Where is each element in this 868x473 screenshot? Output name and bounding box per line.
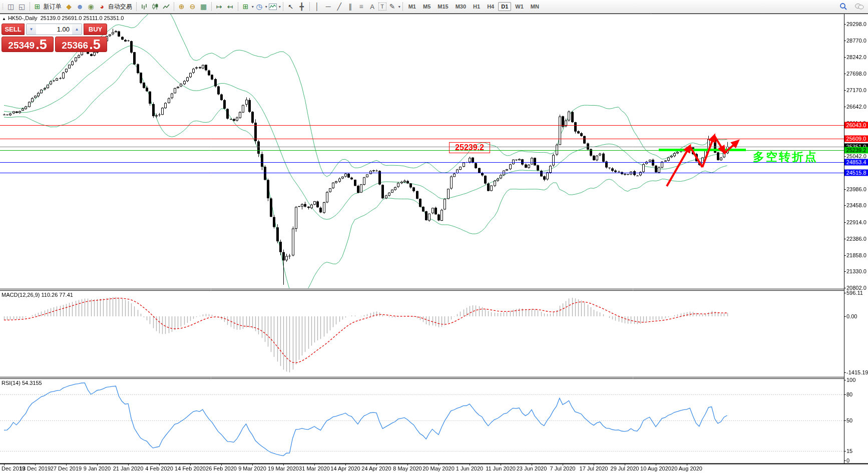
volume-up-button[interactable]: ▲ [72, 24, 82, 35]
timeframe-button-h4[interactable]: H4 [484, 2, 497, 11]
toolbar-separator [283, 2, 283, 11]
toolbar-separator [211, 2, 212, 11]
zoom-out-icon[interactable]: ⊖ [188, 2, 198, 12]
indicators-caret-icon[interactable]: ▾ [279, 5, 281, 9]
news-icon[interactable]: ◉ [86, 2, 96, 12]
timeframe-toolbar: M1M5M15M30H1H4D1W1MN [405, 2, 543, 11]
volume-down-button[interactable]: ▼ [27, 24, 36, 35]
text-label-icon[interactable]: T [378, 3, 386, 11]
mt4-terminal: { "toolbar": { "new_order_label": "新订单",… [0, 0, 868, 473]
macd-label: MACD(12,26,9) 110.26 77.41 [2, 292, 73, 298]
timeframe-button-m30[interactable]: M30 [453, 2, 469, 11]
chart-window-icon[interactable]: ◫ [6, 2, 16, 12]
text-icon[interactable]: A [367, 2, 377, 12]
community-chat-icon[interactable] [854, 2, 864, 12]
buy-price-frac: .5 [89, 38, 101, 51]
collapse-icon[interactable]: ▲ [2, 17, 6, 21]
timeframe-button-mn[interactable]: MN [528, 2, 542, 11]
pivot-annotation-text[interactable]: 多空转折点 [753, 149, 818, 165]
timeframe-button-w1[interactable]: W1 [512, 2, 527, 11]
sell-button[interactable]: SELL [2, 24, 25, 35]
period-caret-icon[interactable]: ▾ [265, 5, 267, 9]
metaeditor-icon[interactable]: ◆ [64, 2, 74, 12]
search-icon[interactable] [838, 2, 848, 12]
line-chart-icon[interactable] [161, 2, 171, 12]
zoom-in-icon[interactable]: ⊕ [177, 2, 187, 12]
rsi-label: RSI(14) 54.3155 [2, 380, 42, 386]
toolbar-separator [174, 2, 174, 11]
timeframe-button-m5[interactable]: M5 [420, 2, 433, 11]
period-clock-icon[interactable]: ◷ [254, 2, 264, 12]
buy-price-button[interactable]: 25366 .5 [55, 37, 107, 52]
sell-price-button[interactable]: 25349 .5 [2, 37, 54, 52]
cursor-icon[interactable]: ↖ [286, 2, 296, 12]
fibonacci-icon[interactable]: ≡ [356, 2, 366, 12]
toolbar-separator [309, 2, 310, 11]
timeframe-button-d1[interactable]: D1 [498, 2, 511, 11]
toolbar-separator [238, 2, 238, 11]
new-order-button[interactable]: 新订单 [44, 3, 62, 11]
new-order-icon[interactable]: ⊞ [33, 2, 43, 12]
timeframe-button-m15[interactable]: M15 [435, 2, 451, 11]
bar-chart-icon[interactable] [139, 2, 149, 12]
candlestick-chart-icon[interactable] [150, 2, 160, 12]
toolbar-separator [402, 2, 403, 11]
volume-stepper: ▼ ▲ [26, 24, 82, 35]
timeframe-button-m1[interactable]: M1 [405, 2, 419, 11]
templates-caret-icon[interactable]: ▾ [252, 5, 254, 9]
auto-trading-icon[interactable]: ◕ [97, 2, 107, 12]
pivot-price-annotation[interactable]: 25239.2 [449, 142, 490, 153]
chart-title: ▲HK50-,Daily 25139.0 25691.0 25111.0 253… [2, 15, 124, 21]
chart-canvas[interactable] [0, 0, 868, 473]
indicators-icon[interactable] [268, 2, 278, 12]
expert-advisors-icon[interactable]: ☻ [75, 2, 85, 12]
sell-price-frac: .5 [36, 38, 47, 51]
equidistant-channel-icon[interactable]: ∥ [345, 2, 355, 12]
chart-symbol-period: HK50-,Daily [8, 15, 38, 21]
toolbar-separator [136, 2, 137, 11]
trendline-icon[interactable]: ╱ [334, 2, 344, 12]
sell-price-main: 25349 [8, 40, 35, 51]
volume-input[interactable] [36, 24, 72, 35]
buy-button[interactable]: BUY [84, 24, 107, 35]
arrows-icon[interactable]: ✎ [387, 2, 397, 12]
auto-trading-button[interactable]: 自动交易 [108, 3, 132, 11]
toolbar-separator [30, 2, 30, 11]
vertical-line-icon[interactable]: │ [312, 2, 322, 12]
pivot-level-bar[interactable] [659, 149, 746, 151]
buy-price-main: 25366 [62, 40, 88, 51]
arrows-caret-icon[interactable]: ▾ [398, 5, 400, 9]
strategy-tester-icon[interactable]: ◱ [17, 2, 27, 12]
crosshair-icon[interactable]: ╋ [297, 2, 307, 12]
horizontal-line-icon[interactable]: ─ [323, 2, 333, 12]
toolbar: ┊ ◫ ◱ ⊞ 新订单 ◆ ☻ ◉ ◕ 自动交易 ⊕ ⊖ ▦ ↦ ↤ ⊞ ▾ ◷… [0, 0, 868, 14]
timeframe-button-h1[interactable]: H1 [470, 2, 483, 11]
auto-scroll-icon[interactable]: ↦ [214, 2, 224, 12]
chart-ohlc-values: 25139.0 25691.0 25111.0 25351.0 [41, 15, 124, 21]
toolbar-drag-handle: ┊ [1, 4, 5, 10]
one-click-trading-panel: SELL ▼ ▲ BUY 25349 .5 25366 .5 [2, 24, 107, 52]
tile-windows-icon[interactable]: ▦ [199, 2, 209, 12]
chart-shift-icon[interactable]: ↤ [225, 2, 235, 12]
templates-icon[interactable]: ⊞ [241, 2, 251, 12]
